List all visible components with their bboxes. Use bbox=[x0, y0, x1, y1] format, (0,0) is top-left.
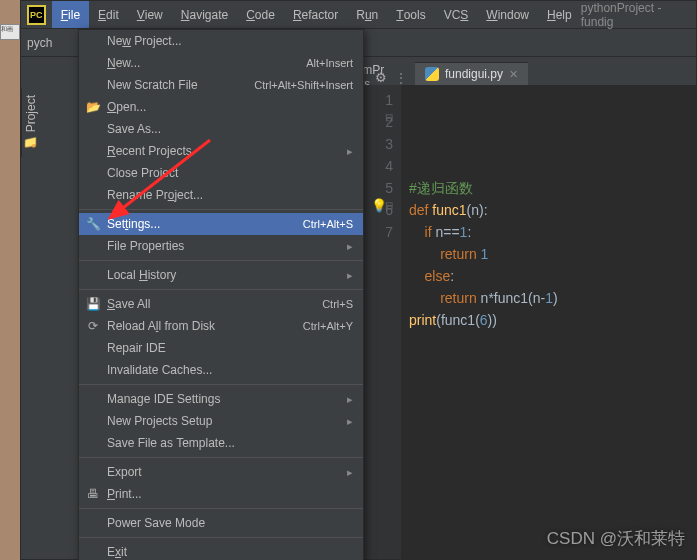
menu-window[interactable]: Window bbox=[477, 1, 538, 28]
menu-help[interactable]: Help bbox=[538, 1, 581, 28]
editor-tabs: ⚙ ⋮ fundigui.py ✕ bbox=[361, 57, 696, 85]
save-icon: 💾 bbox=[85, 297, 101, 311]
menu-bar: FileEditViewNavigateCodeRefactorRunTools… bbox=[52, 1, 581, 28]
menu-vcs[interactable]: VCS bbox=[435, 1, 478, 28]
fold-marks[interactable]: ⊟⊟ bbox=[385, 107, 397, 217]
menu-tools[interactable]: Tools bbox=[387, 1, 434, 28]
folder-icon: 📂 bbox=[85, 100, 101, 114]
tab-fundigui[interactable]: fundigui.py ✕ bbox=[415, 62, 528, 85]
app-icon: PC bbox=[27, 5, 46, 25]
print-icon: 🖶 bbox=[85, 487, 101, 501]
menu-item-save-file-as-template[interactable]: Save File as Template... bbox=[79, 432, 363, 454]
menu-file[interactable]: File bbox=[52, 1, 89, 28]
code-lines[interactable]: 💡 ⊟⊟ #递归函数def func1(n): if n==1: return … bbox=[401, 85, 558, 559]
menu-item-exit[interactable]: Exit bbox=[79, 541, 363, 560]
menu-refactor[interactable]: Refactor bbox=[284, 1, 347, 28]
menu-item-save-all[interactable]: 💾Save AllCtrl+S bbox=[79, 293, 363, 315]
menu-navigate[interactable]: Navigate bbox=[172, 1, 237, 28]
menu-item-export[interactable]: Export▸ bbox=[79, 461, 363, 483]
ide-window: PC FileEditViewNavigateCodeRefactorRunTo… bbox=[20, 0, 697, 560]
menu-item-new[interactable]: New...Alt+Insert bbox=[79, 52, 363, 74]
menu-item-rename-project[interactable]: Rename Project... bbox=[79, 184, 363, 206]
menu-run[interactable]: Run bbox=[347, 1, 387, 28]
menu-item-new-scratch-file[interactable]: New Scratch FileCtrl+Alt+Shift+Insert bbox=[79, 74, 363, 96]
window-title: pythonProject - fundig bbox=[581, 1, 688, 29]
breadcrumb-root[interactable]: pych bbox=[27, 36, 52, 50]
menu-item-save-as[interactable]: Save As... bbox=[79, 118, 363, 140]
menu-item-open[interactable]: 📂Open... bbox=[79, 96, 363, 118]
menu-item-manage-ide-settings[interactable]: Manage IDE Settings▸ bbox=[79, 388, 363, 410]
menu-item-power-save-mode[interactable]: Power Save Mode bbox=[79, 512, 363, 534]
menu-item-local-history[interactable]: Local History▸ bbox=[79, 264, 363, 286]
desktop-thumbnail: 和画 bbox=[0, 24, 20, 40]
gear-icon[interactable]: ⚙ bbox=[375, 70, 387, 85]
code-editor[interactable]: 1234567 💡 ⊟⊟ #递归函数def func1(n): if n==1:… bbox=[361, 85, 696, 559]
reload-icon: ⟳ bbox=[85, 319, 101, 333]
menu-code[interactable]: Code bbox=[237, 1, 284, 28]
menu-view[interactable]: View bbox=[128, 1, 172, 28]
menu-item-reload-all-from-disk[interactable]: ⟳Reload All from DiskCtrl+Alt+Y bbox=[79, 315, 363, 337]
menu-item-close-project[interactable]: Close Project bbox=[79, 162, 363, 184]
menu-item-new-project[interactable]: New Project... bbox=[79, 30, 363, 52]
menu-edit[interactable]: Edit bbox=[89, 1, 128, 28]
menu-item-repair-ide[interactable]: Repair IDE bbox=[79, 337, 363, 359]
wrench-icon: 🔧 bbox=[85, 217, 101, 231]
menu-item-invalidate-caches[interactable]: Invalidate Caches... bbox=[79, 359, 363, 381]
close-icon[interactable]: ✕ bbox=[509, 68, 518, 81]
title-bar: PC FileEditViewNavigateCodeRefactorRunTo… bbox=[21, 1, 696, 29]
menu-item-file-properties[interactable]: File Properties▸ bbox=[79, 235, 363, 257]
file-menu-dropdown: New Project...New...Alt+InsertNew Scratc… bbox=[78, 29, 364, 560]
menu-item-recent-projects[interactable]: Recent Projects▸ bbox=[79, 140, 363, 162]
menu-item-new-projects-setup[interactable]: New Projects Setup▸ bbox=[79, 410, 363, 432]
python-file-icon bbox=[425, 67, 439, 81]
menu-item-print[interactable]: 🖶Print... bbox=[79, 483, 363, 505]
tab-label: fundigui.py bbox=[445, 67, 503, 81]
menu-item-settings[interactable]: 🔧Settings...Ctrl+Alt+S bbox=[79, 213, 363, 235]
